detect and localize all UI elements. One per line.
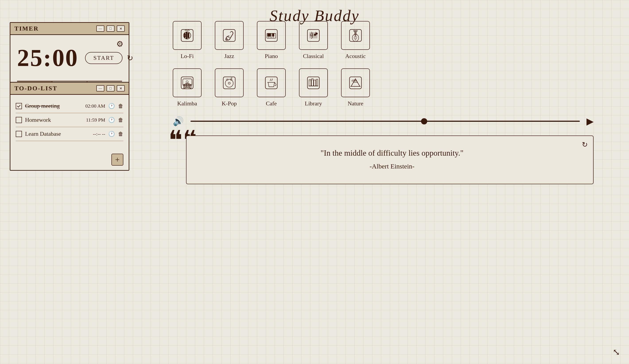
- reset-button[interactable]: ↻: [127, 54, 133, 62]
- svg-line-7: [230, 31, 231, 32]
- nature-label: Nature: [348, 100, 363, 107]
- svg-rect-2: [184, 33, 185, 37]
- clock-icon-2[interactable]: 🕐: [108, 117, 115, 123]
- music-item-piano[interactable]: Piano: [257, 21, 286, 60]
- library-label: Library: [305, 100, 322, 107]
- todo-text-2: Homework: [25, 117, 83, 123]
- progress-thumb[interactable]: [421, 118, 427, 124]
- timer-titlebar: TIMER — □ ✕: [10, 23, 129, 35]
- kpop-icon-box[interactable]: [215, 68, 244, 97]
- acoustic-icon-box[interactable]: [341, 21, 370, 50]
- svg-point-28: [316, 33, 317, 34]
- classical-label: Classical: [303, 53, 324, 60]
- list-item: Learn Database --:-- -- 🕐 🗑: [16, 127, 123, 141]
- kalimba-label: Kalimba: [177, 100, 197, 107]
- play-button[interactable]: ▶: [587, 116, 594, 127]
- jazz-label: Jazz: [224, 53, 234, 60]
- todo-body: Group meeting 02:00 AM 🕐 🗑 Homework 11:5…: [10, 95, 129, 170]
- jazz-icon-box[interactable]: [215, 21, 244, 50]
- refresh-quote-button[interactable]: ↻: [582, 140, 588, 149]
- music-item-jazz[interactable]: Jazz: [215, 21, 244, 60]
- music-item-nature[interactable]: Nature: [341, 68, 370, 107]
- svg-rect-4: [188, 33, 189, 38]
- music-item-acoustic[interactable]: Acoustic: [341, 21, 370, 60]
- todo-time-2: 11:59 PM: [86, 117, 105, 123]
- kpop-label: K-Pop: [222, 100, 237, 107]
- svg-point-51: [228, 82, 230, 84]
- svg-rect-3: [186, 32, 187, 39]
- svg-rect-49: [223, 77, 235, 89]
- svg-point-37: [356, 30, 357, 31]
- cafe-label: Cafe: [266, 100, 277, 107]
- svg-line-10: [229, 37, 230, 38]
- quote-text: "In the middle of difficulty lies opport…: [204, 147, 580, 159]
- clock-icon-3[interactable]: 🕐: [108, 131, 115, 137]
- svg-rect-43: [187, 83, 188, 88]
- todo-time-3: --:-- --: [93, 131, 105, 137]
- svg-line-9: [228, 37, 229, 38]
- timer-display: 25:00 START ↻: [17, 39, 122, 76]
- todo-checkbox-2[interactable]: [16, 117, 22, 123]
- timer-title: TIMER: [14, 25, 39, 32]
- svg-rect-59: [312, 79, 314, 86]
- list-item: Homework 11:59 PM 🕐 🗑: [16, 113, 123, 127]
- svg-point-36: [353, 30, 355, 31]
- music-item-kalimba[interactable]: Kalimba: [173, 68, 201, 107]
- music-item-lofi[interactable]: Lo-Fi: [173, 21, 201, 60]
- expand-icon[interactable]: ⤡: [613, 347, 620, 357]
- acoustic-label: Acoustic: [345, 53, 366, 60]
- svg-point-26: [314, 34, 316, 36]
- todo-checkbox-3[interactable]: [16, 131, 22, 137]
- volume-icon[interactable]: 🔊: [173, 116, 184, 126]
- start-button[interactable]: START: [85, 52, 123, 64]
- music-item-classical[interactable]: Classical: [299, 21, 328, 60]
- delete-icon-1[interactable]: 🗑: [118, 103, 123, 109]
- todo-close-button[interactable]: ✕: [117, 85, 125, 92]
- todo-minimize-button[interactable]: —: [96, 85, 104, 92]
- music-section: Lo-Fi Jazz: [173, 21, 594, 184]
- todo-time-1: 02:00 AM: [85, 103, 105, 109]
- progress-track[interactable]: [190, 121, 580, 122]
- music-item-cafe[interactable]: Cafe: [257, 68, 286, 107]
- add-task-button[interactable]: +: [111, 154, 123, 166]
- music-row-1: Lo-Fi Jazz: [173, 21, 594, 60]
- svg-rect-19: [272, 33, 274, 36]
- todo-checkbox-1[interactable]: [16, 103, 22, 109]
- music-row-2: Kalimba K-Pop: [173, 68, 594, 107]
- timer-controls: START ↻: [85, 52, 133, 64]
- svg-rect-41: [184, 85, 185, 88]
- svg-rect-17: [268, 33, 269, 36]
- player-bar: 🔊 ▶: [173, 116, 594, 127]
- lofi-label: Lo-Fi: [180, 53, 194, 60]
- library-icon-box[interactable]: [299, 68, 328, 97]
- timer-minimize-button[interactable]: —: [96, 25, 104, 32]
- nature-icon-box[interactable]: [341, 68, 370, 97]
- timer-close-button[interactable]: ✕: [117, 25, 125, 32]
- music-item-library[interactable]: Library: [299, 68, 328, 107]
- todo-maximize-button[interactable]: □: [107, 85, 115, 92]
- settings-icon[interactable]: ⚙: [116, 39, 123, 49]
- todo-window-controls: — □ ✕: [96, 85, 125, 92]
- timer-time: 25:00: [17, 44, 78, 72]
- quote-box: ↻ "In the middle of difficulty lies oppo…: [186, 135, 594, 184]
- delete-icon-3[interactable]: 🗑: [118, 131, 123, 137]
- timer-maximize-button[interactable]: □: [107, 25, 115, 32]
- music-item-kpop[interactable]: K-Pop: [215, 68, 244, 107]
- classical-icon-box[interactable]: [299, 21, 328, 50]
- piano-label: Piano: [265, 53, 278, 60]
- svg-rect-60: [314, 80, 316, 86]
- piano-icon-box[interactable]: [257, 21, 286, 50]
- todo-title: TO-DO-LIST: [14, 85, 57, 92]
- cafe-icon-box[interactable]: [257, 68, 286, 97]
- kalimba-icon-box[interactable]: [173, 68, 201, 97]
- clock-icon-1[interactable]: 🕐: [108, 103, 115, 109]
- timer-window-controls: — □ ✕: [96, 25, 125, 32]
- svg-line-8: [228, 36, 229, 37]
- todo-text-3: Learn Database: [25, 131, 90, 137]
- todo-panel: TO-DO-LIST — □ ✕ Group meeting 02:00 AM …: [10, 82, 129, 171]
- list-item: Group meeting 02:00 AM 🕐 🗑: [16, 99, 123, 113]
- delete-icon-2[interactable]: 🗑: [118, 117, 123, 123]
- lofi-icon-box[interactable]: [173, 21, 201, 50]
- svg-line-54: [231, 78, 232, 78]
- svg-rect-61: [316, 79, 318, 86]
